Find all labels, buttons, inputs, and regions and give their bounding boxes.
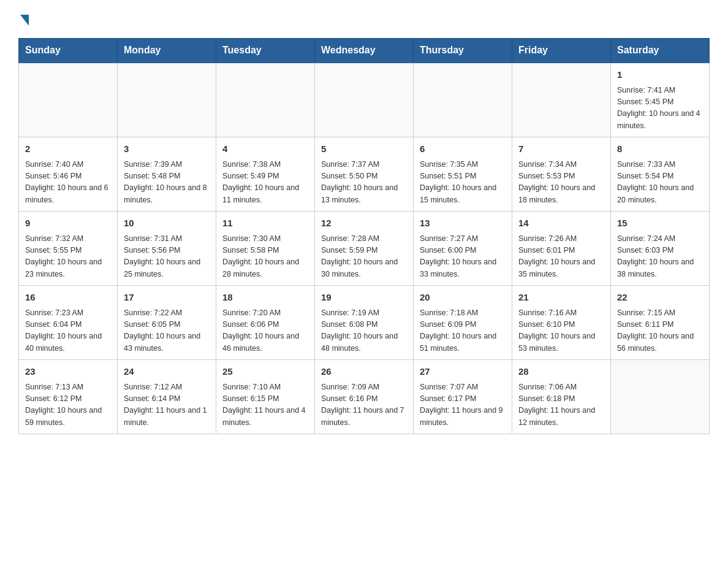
day-info: Sunrise: 7:27 AMSunset: 6:00 PMDaylight:… [420,233,506,281]
day-number: 20 [420,291,506,305]
week-row-3: 9Sunrise: 7:32 AMSunset: 5:55 PMDaylight… [19,212,710,286]
day-info: Sunrise: 7:23 AMSunset: 6:04 PMDaylight:… [25,307,111,355]
day-header-friday: Friday [512,39,611,63]
page-header [18,12,710,26]
day-number: 16 [25,291,111,305]
day-info: Sunrise: 7:37 AMSunset: 5:50 PMDaylight:… [321,159,407,207]
day-number: 13 [420,216,506,231]
day-number: 8 [617,142,703,156]
day-number: 18 [222,291,308,305]
day-info: Sunrise: 7:26 AMSunset: 6:01 PMDaylight:… [518,233,604,281]
calendar-cell [611,360,710,434]
calendar-cell: 13Sunrise: 7:27 AMSunset: 6:00 PMDayligh… [414,212,512,286]
day-number: 11 [222,216,308,231]
day-number: 14 [518,216,604,231]
calendar-cell [216,63,315,137]
day-number: 25 [222,365,308,379]
day-info: Sunrise: 7:06 AMSunset: 6:18 PMDaylight:… [518,381,604,429]
calendar-cell: 16Sunrise: 7:23 AMSunset: 6:04 PMDayligh… [19,286,118,360]
calendar-cell [315,63,414,137]
calendar-cell: 19Sunrise: 7:19 AMSunset: 6:08 PMDayligh… [315,286,414,360]
day-number: 28 [518,365,604,379]
week-row-5: 23Sunrise: 7:13 AMSunset: 6:12 PMDayligh… [19,360,710,434]
day-header-saturday: Saturday [611,39,710,63]
logo [18,12,29,26]
calendar-cell: 15Sunrise: 7:24 AMSunset: 6:03 PMDayligh… [611,212,710,286]
day-info: Sunrise: 7:10 AMSunset: 6:15 PMDaylight:… [222,381,308,429]
day-number: 24 [124,365,210,379]
calendar-cell: 18Sunrise: 7:20 AMSunset: 6:06 PMDayligh… [216,286,315,360]
day-number: 3 [124,142,210,156]
calendar-cell: 22Sunrise: 7:15 AMSunset: 6:11 PMDayligh… [611,286,710,360]
calendar-cell: 1Sunrise: 7:41 AMSunset: 5:45 PMDaylight… [611,63,710,137]
calendar-cell: 17Sunrise: 7:22 AMSunset: 6:05 PMDayligh… [118,286,216,360]
calendar-cell: 9Sunrise: 7:32 AMSunset: 5:55 PMDaylight… [19,212,118,286]
day-number: 2 [25,142,111,156]
calendar-cell: 24Sunrise: 7:12 AMSunset: 6:14 PMDayligh… [118,360,216,434]
day-info: Sunrise: 7:28 AMSunset: 5:59 PMDaylight:… [321,233,407,281]
day-info: Sunrise: 7:18 AMSunset: 6:09 PMDaylight:… [420,307,506,355]
day-info: Sunrise: 7:34 AMSunset: 5:53 PMDaylight:… [518,159,604,207]
calendar-cell: 23Sunrise: 7:13 AMSunset: 6:12 PMDayligh… [19,360,118,434]
day-number: 17 [124,291,210,305]
day-number: 27 [420,365,506,379]
day-number: 21 [518,291,604,305]
calendar-cell: 3Sunrise: 7:39 AMSunset: 5:48 PMDaylight… [118,137,216,212]
day-number: 7 [518,142,604,156]
day-number: 12 [321,216,407,231]
day-info: Sunrise: 7:40 AMSunset: 5:46 PMDaylight:… [25,159,111,207]
day-info: Sunrise: 7:31 AMSunset: 5:56 PMDaylight:… [124,233,210,281]
day-info: Sunrise: 7:16 AMSunset: 6:10 PMDaylight:… [518,307,604,355]
day-info: Sunrise: 7:13 AMSunset: 6:12 PMDaylight:… [25,381,111,429]
calendar-cell: 6Sunrise: 7:35 AMSunset: 5:51 PMDaylight… [414,137,512,212]
day-info: Sunrise: 7:12 AMSunset: 6:14 PMDaylight:… [124,381,210,429]
calendar-cell: 5Sunrise: 7:37 AMSunset: 5:50 PMDaylight… [315,137,414,212]
day-number: 26 [321,365,407,379]
day-info: Sunrise: 7:07 AMSunset: 6:17 PMDaylight:… [420,381,506,429]
day-info: Sunrise: 7:19 AMSunset: 6:08 PMDaylight:… [321,307,407,355]
day-info: Sunrise: 7:09 AMSunset: 6:16 PMDaylight:… [321,381,407,429]
day-header-tuesday: Tuesday [216,39,315,63]
day-info: Sunrise: 7:32 AMSunset: 5:55 PMDaylight:… [25,233,111,281]
calendar-cell: 25Sunrise: 7:10 AMSunset: 6:15 PMDayligh… [216,360,315,434]
calendar-cell: 10Sunrise: 7:31 AMSunset: 5:56 PMDayligh… [118,212,216,286]
calendar-cell [512,63,611,137]
day-header-wednesday: Wednesday [315,39,414,63]
day-info: Sunrise: 7:20 AMSunset: 6:06 PMDaylight:… [222,307,308,355]
calendar-cell: 26Sunrise: 7:09 AMSunset: 6:16 PMDayligh… [315,360,414,434]
calendar-header-row: SundayMondayTuesdayWednesdayThursdayFrid… [19,39,710,63]
day-number: 5 [321,142,407,156]
week-row-4: 16Sunrise: 7:23 AMSunset: 6:04 PMDayligh… [19,286,710,360]
day-info: Sunrise: 7:41 AMSunset: 5:45 PMDaylight:… [617,85,703,132]
day-number: 15 [617,216,703,231]
calendar-cell: 20Sunrise: 7:18 AMSunset: 6:09 PMDayligh… [414,286,512,360]
calendar-table: SundayMondayTuesdayWednesdayThursdayFrid… [18,38,710,434]
day-number: 10 [124,216,210,231]
day-number: 19 [321,291,407,305]
calendar-cell: 2Sunrise: 7:40 AMSunset: 5:46 PMDaylight… [19,137,118,212]
week-row-2: 2Sunrise: 7:40 AMSunset: 5:46 PMDaylight… [19,137,710,212]
day-info: Sunrise: 7:35 AMSunset: 5:51 PMDaylight:… [420,159,506,207]
day-number: 9 [25,216,111,231]
calendar-cell [19,63,118,137]
calendar-cell: 21Sunrise: 7:16 AMSunset: 6:10 PMDayligh… [512,286,611,360]
day-info: Sunrise: 7:24 AMSunset: 6:03 PMDaylight:… [617,233,703,281]
calendar-cell: 27Sunrise: 7:07 AMSunset: 6:17 PMDayligh… [414,360,512,434]
day-number: 1 [617,68,703,82]
calendar-cell: 12Sunrise: 7:28 AMSunset: 5:59 PMDayligh… [315,212,414,286]
calendar-cell: 4Sunrise: 7:38 AMSunset: 5:49 PMDaylight… [216,137,315,212]
day-number: 4 [222,142,308,156]
day-info: Sunrise: 7:22 AMSunset: 6:05 PMDaylight:… [124,307,210,355]
day-info: Sunrise: 7:15 AMSunset: 6:11 PMDaylight:… [617,307,703,355]
day-header-monday: Monday [118,39,216,63]
day-info: Sunrise: 7:33 AMSunset: 5:54 PMDaylight:… [617,159,703,207]
day-header-thursday: Thursday [414,39,512,63]
week-row-1: 1Sunrise: 7:41 AMSunset: 5:45 PMDaylight… [19,63,710,137]
calendar-cell: 28Sunrise: 7:06 AMSunset: 6:18 PMDayligh… [512,360,611,434]
calendar-cell [118,63,216,137]
calendar-cell [414,63,512,137]
calendar-cell: 8Sunrise: 7:33 AMSunset: 5:54 PMDaylight… [611,137,710,212]
logo-arrow-icon [20,15,29,26]
day-info: Sunrise: 7:39 AMSunset: 5:48 PMDaylight:… [124,159,210,207]
day-number: 22 [617,291,703,305]
